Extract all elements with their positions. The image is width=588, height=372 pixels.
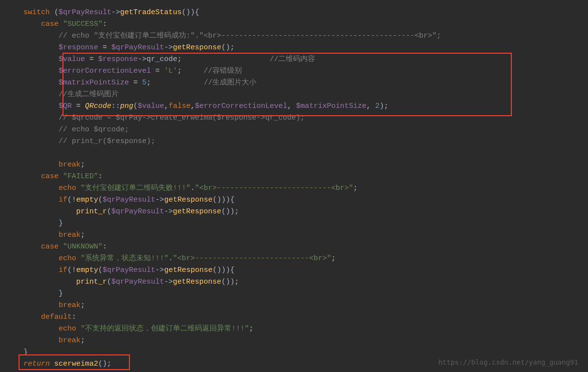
arrow: -> [164,278,173,286]
kw-default: default [41,313,72,321]
sp [76,254,81,263]
sep: :: [111,102,120,110]
str: "支付宝创建订单二维码失败!!!" [81,184,190,192]
fn: getResponse [173,207,221,216]
fn: getResponse [164,266,212,274]
close: ())){ [212,196,234,204]
arrow: -> [164,43,173,52]
str: "<br>--------------------------<br>" [195,184,353,192]
num: 5 [142,79,147,87]
str: "<br>--------------------------<br>" [173,254,331,263]
sp [76,184,81,192]
str: "SUCCESS" [63,20,103,28]
var: $value [59,55,85,63]
fn: print_r [76,207,107,216]
eq: = [98,43,111,52]
num: 2 [375,102,379,110]
comment: // $qrcode = $qrPay->create_erweima($res… [59,114,305,122]
comma: , [366,102,375,110]
fn: getResponse [173,43,221,52]
class: QRcode [85,102,111,110]
tail: (); [221,43,234,52]
open: ( [107,278,111,286]
var: $errorCorrectionLevel [59,67,151,75]
comma: , [287,102,296,110]
brace: } [59,219,63,227]
false: false [168,102,190,110]
open: (! [67,266,76,274]
kw-return: return [23,360,50,368]
var: $matrixPointSize [296,102,366,110]
tail: (); [98,360,111,368]
var: $matrixPointSize [59,79,129,87]
eq: = [72,102,85,110]
open: ( [107,207,111,216]
var: $response [59,43,98,52]
end: ; [81,231,85,239]
kw-if: if [59,266,67,274]
var: $value [138,102,164,110]
var: $qrPayResult [103,266,155,274]
var: $qrPayResult [103,196,155,204]
end: ; [81,301,85,310]
colon: : [103,20,107,28]
kw-case: case [41,20,59,28]
kw-break: break [59,161,81,169]
comment: //容错级别 [204,67,242,75]
comment: // echo $qrcode; [59,125,129,134]
open: (! [67,196,76,204]
var: $qrPayResult [111,43,164,52]
kw-case: case [41,243,59,251]
close: ()); [221,278,239,286]
kw-break: break [59,301,81,310]
dot: . [168,254,173,263]
colon: : [98,172,103,181]
arrow: -> [155,196,164,204]
eq: = [151,67,164,75]
colon: : [103,243,107,251]
kw-echo: echo [59,184,76,192]
op: -> [111,8,120,17]
kw-if: if [59,196,67,204]
arrow: -> [138,55,147,63]
open: ( [98,196,103,204]
comment: // echo "支付宝创建订单二维码成功:"."<br>-----------… [59,32,441,40]
end: ; [81,161,85,169]
var: $qrPayResult [111,207,164,216]
end: ; [177,67,182,75]
kw-echo: echo [59,325,76,333]
var: $errorCorrectionLevel [195,102,287,110]
kw-switch: switch [23,8,50,17]
str: "FAILED" [63,172,98,181]
var: $response [98,55,138,63]
var: $qrPayResult [59,8,111,17]
str: "系统异常，状态未知!!!" [81,254,168,263]
code-block: switch ($qrPayResult->getTradeStatus()){… [0,0,588,370]
close: ()); [221,207,239,216]
fn: empty [76,196,98,204]
open: ( [98,266,103,274]
end: ; [353,184,357,192]
kw-case: case [41,172,59,181]
fn: print_r [76,278,107,286]
tail: ()){ [182,8,199,17]
prop: qr_code [147,55,177,63]
comment: // print_r($response); [59,137,155,145]
sp [76,325,81,333]
end: ; [331,254,336,263]
brace: } [23,348,28,356]
fn: getResponse [164,196,212,204]
close: ); [379,102,388,110]
sp [50,360,54,368]
str: "不支持的返回状态，创建订单二维码返回异常!!!" [81,325,249,333]
kw-break: break [59,336,81,345]
watermark: https://blog.csdn.net/yang_guang91 [438,358,578,366]
kw-break: break [59,231,81,239]
comment: //生成二维码图片 [59,90,119,99]
open: ( [133,102,138,110]
eq: = [85,55,98,63]
end: ; [249,325,253,333]
var: $qrPayResult [111,278,164,286]
var: $QR [59,102,72,110]
fn: scerweima2 [54,360,98,368]
